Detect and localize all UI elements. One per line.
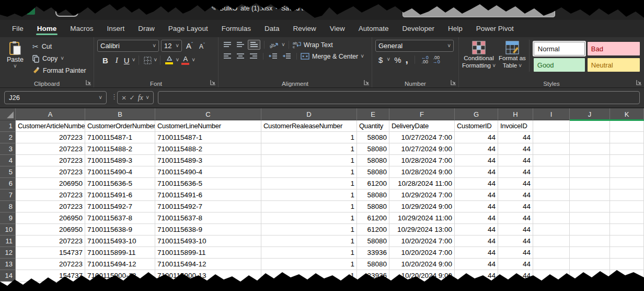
cell-style-bad[interactable]: Bad	[588, 42, 640, 55]
cell-D9[interactable]: 1	[261, 212, 357, 224]
middle-align-button[interactable]	[235, 40, 246, 49]
cell-H9[interactable]: 44	[498, 212, 533, 224]
cell-J7[interactable]	[570, 189, 610, 201]
row-header-12[interactable]: 12	[0, 247, 16, 259]
cell-D4[interactable]: 1	[261, 155, 357, 166]
tab-macros[interactable]: Macros	[63, 20, 100, 37]
cell-J5[interactable]	[570, 166, 610, 178]
cell-A2[interactable]: 207223	[16, 132, 85, 143]
decrease-decimal-button[interactable]: .00→0	[433, 55, 440, 64]
cell-A3[interactable]: 207223	[16, 143, 85, 155]
cell-H2[interactable]: 44	[498, 132, 533, 143]
cell-K5[interactable]	[610, 166, 644, 178]
cell-G5[interactable]: 44	[455, 166, 498, 178]
cell-K11[interactable]	[610, 236, 644, 247]
cell-A6[interactable]: 206950	[16, 178, 85, 189]
column-header-F[interactable]: F	[389, 108, 455, 120]
cell-C14[interactable]: 7100115900-13	[155, 270, 261, 282]
cell-B1[interactable]: CustomerOrderNumber	[85, 120, 155, 132]
cell-K6[interactable]	[610, 178, 644, 189]
copy-button[interactable]: Copy ˅	[32, 53, 86, 64]
cell-F9[interactable]: 10/29/2024 11:00	[389, 212, 455, 224]
cell-I2[interactable]	[533, 132, 570, 143]
enter-button[interactable]: ✓	[129, 94, 135, 102]
cell-G12[interactable]: 44	[455, 247, 498, 259]
cell-G9[interactable]: 44	[455, 212, 498, 224]
format-painter-button[interactable]: Format Painter	[32, 65, 86, 76]
cell-G8[interactable]: 44	[455, 201, 498, 212]
select-all-button[interactable]	[0, 108, 16, 120]
clipboard-dialog-launcher-icon[interactable]	[86, 80, 91, 85]
cell-I3[interactable]	[533, 143, 570, 155]
conditional-formatting-button[interactable]: Conditional Formatting ˅	[462, 40, 496, 70]
tab-automate[interactable]: Automate	[352, 20, 396, 37]
cell-G2[interactable]: 44	[455, 132, 498, 143]
cell-H4[interactable]: 44	[498, 155, 533, 166]
cell-J14[interactable]	[570, 270, 610, 282]
cell-style-neutral[interactable]: Neutral	[588, 58, 640, 72]
cell-K7[interactable]	[610, 189, 644, 201]
cell-G14[interactable]: 44	[455, 270, 498, 282]
row-header-13[interactable]: 13	[0, 259, 16, 270]
cell-C12[interactable]: 7100115899-11	[155, 247, 261, 259]
cell-style-normal[interactable]: Normal	[534, 42, 585, 55]
tab-draw[interactable]: Draw	[131, 20, 162, 37]
cell-E1[interactable]: Quantity	[357, 120, 389, 132]
cell-G10[interactable]: 44	[455, 224, 498, 236]
cell-J4[interactable]	[570, 155, 610, 166]
cell-A13[interactable]: 207223	[16, 259, 85, 270]
cell-F13[interactable]: 10/20/2024 9:00	[389, 259, 455, 270]
font-size-combo[interactable]: 12 ˅	[161, 40, 182, 52]
cell-F4[interactable]: 10/28/2024 7:00	[389, 155, 455, 166]
cell-E10[interactable]: 61200	[357, 224, 389, 236]
cell-G4[interactable]: 44	[455, 155, 498, 166]
row-header-14[interactable]: 14	[0, 270, 16, 282]
cell-I7[interactable]	[533, 189, 570, 201]
cell-B2[interactable]: 7100115487-1	[85, 132, 155, 143]
row-header-4[interactable]: 4	[0, 155, 16, 166]
formula-input[interactable]	[158, 91, 640, 104]
cell-I5[interactable]	[533, 166, 570, 178]
cancel-button[interactable]: ×	[122, 93, 126, 102]
cell-J9[interactable]	[570, 212, 610, 224]
cell-D13[interactable]: 1	[261, 259, 357, 270]
cell-I6[interactable]	[533, 178, 570, 189]
cell-B4[interactable]: 7100115489-3	[85, 155, 155, 166]
cell-K12[interactable]	[610, 247, 644, 259]
align-center-button[interactable]	[235, 52, 246, 61]
cell-A9[interactable]: 206950	[16, 212, 85, 224]
tab-review[interactable]: Review	[286, 20, 323, 37]
cell-A7[interactable]: 207223	[16, 189, 85, 201]
cell-B14[interactable]: 7100115900-13	[85, 270, 155, 282]
row-header-9[interactable]: 9	[0, 212, 16, 224]
cell-E13[interactable]: 58080	[357, 259, 389, 270]
autosave-toggle[interactable]	[55, 8, 78, 17]
cell-I4[interactable]	[533, 155, 570, 166]
cell-D7[interactable]: 1	[261, 189, 357, 201]
cell-C7[interactable]: 7100115491-6	[155, 189, 261, 201]
font-color-button[interactable]: A	[180, 54, 191, 66]
cell-C13[interactable]: 7100115494-12	[155, 259, 261, 270]
cell-I8[interactable]	[533, 201, 570, 212]
borders-button[interactable]	[142, 55, 153, 65]
row-header-5[interactable]: 5	[0, 166, 16, 178]
row-header-1[interactable]: 1	[0, 120, 16, 132]
percent-format-button[interactable]: %	[394, 55, 401, 64]
cell-B7[interactable]: 7100115491-6	[85, 189, 155, 201]
cell-J1[interactable]	[570, 120, 610, 132]
cell-H6[interactable]: 44	[498, 178, 533, 189]
cell-E6[interactable]: 61200	[357, 178, 389, 189]
cell-J11[interactable]	[570, 236, 610, 247]
cell-D8[interactable]: 1	[261, 201, 357, 212]
cell-G3[interactable]: 44	[455, 143, 498, 155]
column-header-K[interactable]: K	[610, 108, 644, 120]
cell-C11[interactable]: 7100115493-10	[155, 236, 261, 247]
currency-format-button[interactable]: $	[378, 55, 383, 64]
bold-button[interactable]: B	[99, 56, 111, 65]
merge-center-button[interactable]: Merge & Center ˅	[301, 53, 364, 60]
tab-power-pivot[interactable]: Power Pivot	[469, 20, 521, 37]
cell-J8[interactable]	[570, 201, 610, 212]
increase-decimal-button[interactable]: ←0.00	[421, 55, 429, 64]
cell-C4[interactable]: 7100115489-3	[155, 155, 261, 166]
cell-B10[interactable]: 7100115638-9	[85, 224, 155, 236]
